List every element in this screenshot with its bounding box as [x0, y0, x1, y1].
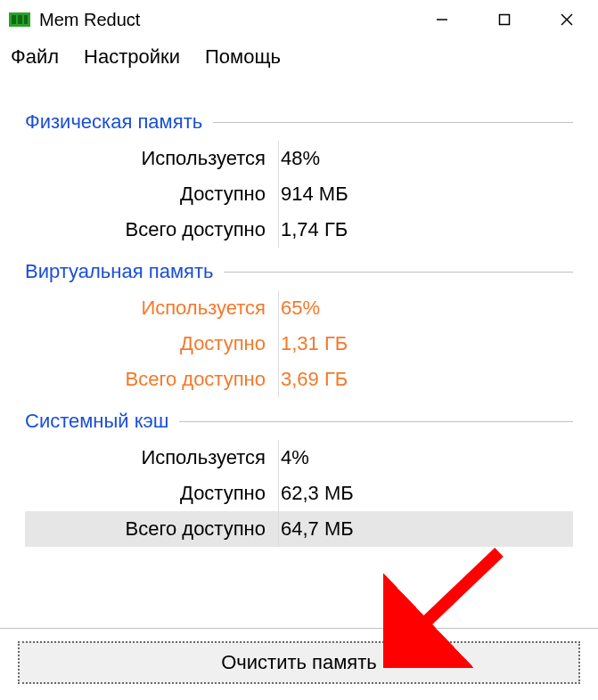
menubar: Файл Настройки Помощь: [0, 39, 598, 75]
virt-avail-row: Доступно 1,31 ГБ: [25, 326, 573, 362]
virt-used-value: 65%: [279, 297, 320, 320]
virt-avail-label: Доступно: [25, 332, 278, 355]
cache-total-row: Всего доступно 64,7 МБ: [25, 511, 573, 547]
cache-used-label: Используется: [25, 446, 278, 469]
close-button[interactable]: [536, 0, 598, 39]
svg-rect-2: [18, 15, 22, 24]
cache-total-label: Всего доступно: [25, 517, 278, 541]
app-icon: [9, 12, 30, 28]
divider-line: [224, 272, 573, 273]
phys-used-row: Используется 48%: [25, 141, 573, 176]
footer: Очистить память: [0, 628, 598, 700]
phys-total-row: Всего доступно 1,74 ГБ: [25, 212, 573, 248]
app-window: Mem Reduct Файл Настройки Помощь Физичес…: [0, 0, 598, 700]
phys-used-value: 48%: [279, 147, 320, 170]
clear-memory-button[interactable]: Очистить память: [18, 641, 580, 684]
cache-used-value: 4%: [279, 446, 309, 469]
titlebar: Mem Reduct: [0, 0, 598, 39]
clear-memory-label: Очистить память: [221, 651, 377, 674]
svg-rect-5: [500, 15, 510, 25]
svg-rect-3: [24, 15, 28, 24]
divider-line: [213, 122, 573, 123]
virt-total-label: Всего доступно: [25, 368, 278, 391]
cache-avail-row: Доступно 62,3 МБ: [25, 476, 573, 511]
cache-avail-label: Доступно: [25, 482, 278, 505]
divider-line: [179, 421, 573, 422]
virt-total-value: 3,69 ГБ: [279, 368, 348, 391]
maximize-button[interactable]: [473, 0, 536, 39]
section-physical-title: Физическая память: [25, 110, 202, 134]
virt-avail-value: 1,31 ГБ: [279, 332, 348, 355]
phys-avail-label: Доступно: [25, 183, 278, 206]
window-controls: [411, 0, 598, 39]
section-virtual-header: Виртуальная память: [25, 260, 573, 283]
window-title: Mem Reduct: [39, 10, 140, 30]
menu-help[interactable]: Помощь: [205, 45, 281, 69]
content-area: Физическая память Используется 48% Досту…: [0, 75, 598, 628]
phys-avail-row: Доступно 914 МБ: [25, 176, 573, 212]
cache-total-value: 64,7 МБ: [279, 517, 354, 541]
svg-rect-1: [12, 15, 16, 24]
phys-avail-value: 914 МБ: [279, 183, 348, 206]
minimize-button[interactable]: [411, 0, 473, 39]
phys-total-label: Всего доступно: [25, 218, 278, 241]
menu-file[interactable]: Файл: [11, 45, 59, 69]
section-physical-header: Физическая память: [25, 110, 573, 134]
phys-used-label: Используется: [25, 147, 278, 170]
virt-used-label: Используется: [25, 297, 278, 320]
section-cache-header: Системный кэш: [25, 410, 573, 433]
section-cache-title: Системный кэш: [25, 410, 168, 433]
menu-settings[interactable]: Настройки: [84, 45, 180, 69]
virt-used-row: Используется 65%: [25, 290, 573, 326]
cache-avail-value: 62,3 МБ: [279, 482, 354, 505]
section-virtual-title: Виртуальная память: [25, 260, 213, 283]
virt-total-row: Всего доступно 3,69 ГБ: [25, 362, 573, 397]
cache-used-row: Используется 4%: [25, 440, 573, 476]
phys-total-value: 1,74 ГБ: [279, 218, 348, 241]
